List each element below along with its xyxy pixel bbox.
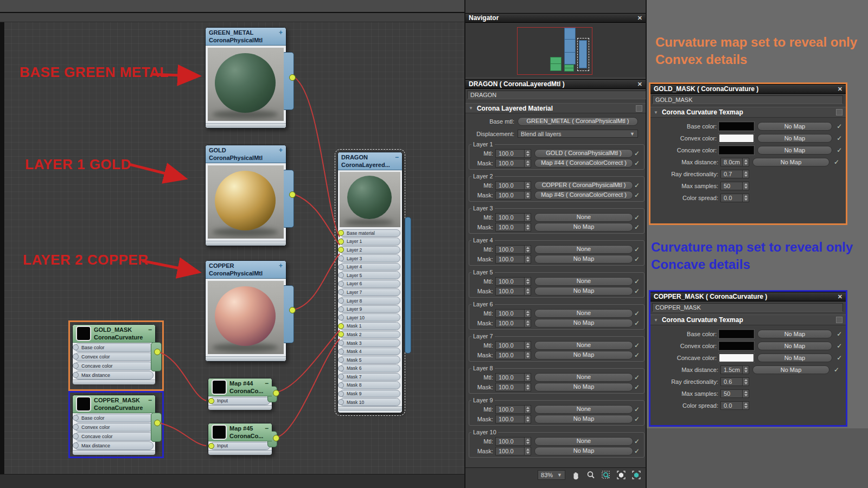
mtl-slot-button[interactable]: None bbox=[534, 405, 633, 414]
node-dragon[interactable]: DRAGON CoronaLayered... − Base material … bbox=[337, 152, 403, 413]
texmap-name-input[interactable] bbox=[652, 95, 843, 104]
spinner-arrows-icon[interactable] bbox=[742, 170, 749, 178]
mask-amount-spinner[interactable]: 100.0 bbox=[495, 159, 531, 168]
node-slot[interactable]: Layer 4 bbox=[340, 263, 400, 271]
node-gold[interactable]: GOLD CoronaPhysicalMtl + bbox=[205, 145, 286, 246]
node-green-metal[interactable]: GREEN_METAL CoronaPhysicalMtl + bbox=[205, 27, 286, 129]
mask-slot-button[interactable]: No Map bbox=[534, 351, 633, 359]
slot-connector-dot[interactable] bbox=[338, 391, 344, 397]
spinner-arrows-icon[interactable] bbox=[524, 374, 531, 381]
mask-enable-checkbox[interactable]: ✓ bbox=[633, 415, 641, 423]
mtl-slot-button[interactable]: None bbox=[534, 341, 633, 350]
mtl-amount-spinner[interactable]: 100.0 bbox=[495, 277, 531, 286]
texmap-name-input[interactable] bbox=[652, 303, 843, 312]
slot-connector-dot[interactable] bbox=[338, 255, 344, 261]
gold-mask-panel-header[interactable]: GOLD_MASK ( CoronaCurvature ) ✕ bbox=[650, 84, 846, 94]
slot-connector-dot[interactable] bbox=[338, 272, 344, 278]
spinner-arrows-icon[interactable] bbox=[524, 351, 531, 359]
base-mtl-slot-button[interactable]: GREEN_METAL ( CoronaPhysicalMtl ) bbox=[518, 117, 638, 126]
slot-connector-dot[interactable] bbox=[338, 349, 344, 355]
spinner-arrows-icon[interactable] bbox=[524, 342, 531, 349]
slot-connector-dot[interactable] bbox=[338, 306, 344, 312]
color-swatch[interactable] bbox=[719, 354, 754, 362]
node-header[interactable]: Map #45 CoronaCo... − bbox=[208, 423, 272, 441]
spinner-arrows-icon[interactable] bbox=[742, 390, 749, 397]
slot-connector-dot[interactable] bbox=[338, 264, 344, 270]
value-spinner[interactable]: 50 bbox=[720, 389, 749, 398]
mask-enable-checkbox[interactable]: ✓ bbox=[633, 383, 641, 391]
slot-connector-dot[interactable] bbox=[208, 443, 214, 449]
navigator-map[interactable] bbox=[465, 23, 646, 77]
map-slot-button[interactable]: No Map bbox=[757, 342, 833, 350]
spinner-arrows-icon[interactable] bbox=[524, 319, 531, 327]
slot-connector-dot[interactable] bbox=[338, 281, 344, 287]
close-icon[interactable]: ✕ bbox=[838, 293, 843, 300]
spinner-arrows-icon[interactable] bbox=[524, 150, 531, 157]
mask-amount-spinner[interactable]: 100.0 bbox=[495, 415, 531, 423]
spinner-arrows-icon[interactable] bbox=[524, 191, 531, 199]
enable-checkbox[interactable]: ✓ bbox=[835, 123, 843, 130]
mask-enable-checkbox[interactable]: ✓ bbox=[633, 255, 641, 263]
node-slot[interactable]: Layer 2 bbox=[340, 246, 400, 254]
slot-connector-dot[interactable] bbox=[338, 340, 344, 346]
mtl-slot-button[interactable]: None bbox=[534, 277, 633, 286]
mtl-amount-spinner[interactable]: 100.0 bbox=[495, 341, 531, 350]
value-spinner[interactable]: 0.0 bbox=[720, 401, 749, 410]
slot-connector-dot[interactable] bbox=[338, 314, 344, 320]
material-name-input[interactable] bbox=[467, 91, 646, 99]
collapse-icon[interactable]: − bbox=[265, 380, 269, 387]
slot-connector-dot[interactable] bbox=[338, 399, 344, 405]
mask-slot-button[interactable]: No Map bbox=[534, 383, 633, 391]
node-slot[interactable]: Mask 3 bbox=[340, 339, 400, 347]
node-slot[interactable]: Base material bbox=[340, 229, 400, 237]
copper-output-dot[interactable] bbox=[289, 307, 296, 313]
rollout-menu-icon[interactable] bbox=[636, 105, 642, 112]
node-slot[interactable]: Input bbox=[210, 442, 270, 450]
spinner-arrows-icon[interactable] bbox=[524, 182, 531, 189]
mtl-slot-button[interactable]: None bbox=[534, 309, 633, 318]
mtl-slot-button[interactable]: None bbox=[534, 213, 633, 222]
color-swatch[interactable] bbox=[719, 146, 754, 155]
mask-enable-checkbox[interactable]: ✓ bbox=[633, 319, 641, 327]
mtl-slot-button[interactable]: None bbox=[534, 437, 633, 446]
mtl-slot-button[interactable]: None bbox=[534, 373, 633, 382]
map-slot-button[interactable]: No Map bbox=[757, 146, 833, 155]
slot-connector-dot[interactable] bbox=[338, 365, 344, 371]
slot-connector-dot[interactable] bbox=[338, 247, 344, 253]
mtl-slot-button[interactable]: None bbox=[534, 245, 633, 254]
mask-slot-button[interactable]: Map #45 ( CoronaColorCorrect ) bbox=[534, 191, 633, 200]
node-header[interactable]: GOLD CoronaPhysicalMtl + bbox=[206, 145, 286, 163]
value-spinner[interactable]: 0.0 bbox=[720, 194, 749, 202]
expand-icon[interactable]: + bbox=[279, 146, 283, 154]
value-spinner[interactable]: 0.6 bbox=[720, 377, 749, 386]
map44-output-dot[interactable] bbox=[273, 390, 279, 396]
node-header[interactable]: Map #44 CoronaCo... − bbox=[208, 378, 272, 396]
node-slot[interactable]: Layer 1 bbox=[340, 237, 400, 246]
node-slot[interactable]: Input bbox=[210, 397, 270, 405]
zoom-extents-selected-icon[interactable] bbox=[631, 470, 641, 480]
node-header[interactable]: COPPER CoronaPhysicalMtl + bbox=[206, 261, 286, 279]
close-icon[interactable]: ✕ bbox=[838, 86, 843, 93]
node-slot[interactable]: Layer 8 bbox=[340, 297, 400, 305]
mask-enable-checkbox[interactable]: ✓ bbox=[633, 287, 641, 295]
map-slot-button[interactable]: No Map bbox=[757, 134, 833, 143]
mask-slot-button[interactable]: No Map bbox=[534, 319, 633, 328]
slot-connector-dot[interactable] bbox=[338, 239, 344, 245]
node-slot[interactable]: Layer 7 bbox=[340, 288, 400, 297]
rollout-corona-curvature-texmap[interactable]: ▼ Corona Curvature Texmap bbox=[650, 107, 846, 118]
map-slot-button[interactable]: No Map bbox=[757, 122, 833, 131]
map-slot-button[interactable]: No Map bbox=[752, 158, 829, 166]
close-icon[interactable]: ✕ bbox=[637, 15, 642, 22]
node-slot[interactable]: Mask 9 bbox=[340, 390, 400, 398]
mask-amount-spinner[interactable]: 100.0 bbox=[495, 351, 531, 359]
mtl-enable-checkbox[interactable]: ✓ bbox=[633, 374, 641, 381]
node-slot[interactable]: Mask 1 bbox=[340, 322, 400, 330]
color-swatch[interactable] bbox=[719, 134, 754, 143]
mtl-amount-spinner[interactable]: 100.0 bbox=[495, 405, 531, 414]
slot-connector-dot[interactable] bbox=[338, 374, 344, 380]
spinner-arrows-icon[interactable] bbox=[742, 182, 749, 190]
node-slot[interactable]: Mask 8 bbox=[340, 381, 400, 389]
mtl-enable-checkbox[interactable]: ✓ bbox=[633, 342, 641, 349]
node-slot[interactable]: Layer 5 bbox=[340, 271, 400, 279]
mask-amount-spinner[interactable]: 100.0 bbox=[495, 319, 531, 328]
